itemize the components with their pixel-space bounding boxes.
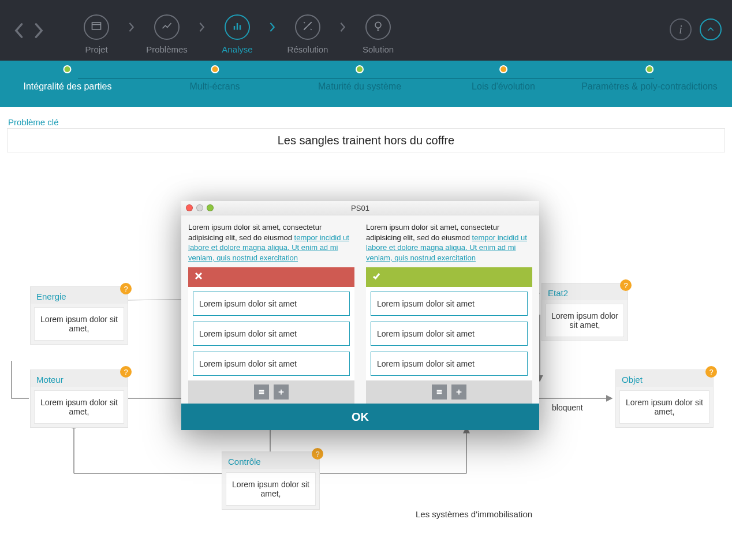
cross-icon [194,271,203,283]
problem-title: Problème clé [7,114,725,128]
negative-strip [188,267,354,287]
help-icon[interactable]: ? [312,448,323,460]
add-button[interactable] [451,384,466,400]
modal-text: Lorem ipsum dolor sit amet, consectetur … [366,222,532,263]
ok-button[interactable]: OK [181,404,539,430]
modal-col-negative: Lorem ipsum dolor sit amet, consectetur … [188,222,354,404]
window-close-icon[interactable] [186,204,193,211]
subnav-multiecrans[interactable]: Multi-écrans [189,65,240,92]
modal-title: PS01 [351,204,369,212]
window-zoom-icon[interactable] [207,204,214,211]
breadcrumb-label: Solution [363,44,394,54]
breadcrumb-projet[interactable]: Projet [65,6,128,54]
node-etat2[interactable]: Etat2 Lorem ipsum dolor sit amet, ? [541,283,628,341]
list-item[interactable]: Lorem ipsum dolor sit amet [193,352,350,376]
node-controle[interactable]: Contrôle Lorem ipsum dolor sit amet, ? [222,451,320,510]
nav-forward-button[interactable] [31,23,47,39]
node-title: Etat2 [542,283,628,300]
breadcrumb-label: Résolution [287,44,328,54]
bars-icon [231,20,243,34]
problem-box: Problème clé Les sangles trainent hors d… [7,114,725,152]
subnav-maturite[interactable]: Maturité du système [318,65,401,92]
trend-icon [161,20,173,34]
node-title: Energie [31,287,128,304]
help-icon[interactable]: ? [705,366,717,378]
subnav-lois[interactable]: Lois d'évolution [472,65,535,92]
modal-col-positive: Lorem ipsum dolor sit amet, consectetur … [366,222,532,404]
node-body: Lorem ipsum dolor sit amet, [34,307,124,341]
breadcrumb-analyse[interactable]: Analyse [206,6,269,54]
modal-titlebar[interactable]: PS01 [181,201,539,215]
node-objet[interactable]: Objet Lorem ipsum dolor sit amet, ? [615,369,714,428]
node-energie[interactable]: Energie Lorem ipsum dolor sit amet, ? [30,286,128,345]
help-icon[interactable]: ? [120,366,132,378]
node-body: Lorem ipsum dolor sit amet, [619,390,709,424]
subnav-label: Maturité du système [318,81,401,92]
subnav-integralite[interactable]: Intégralité des parties [24,65,112,92]
modal-text: Lorem ipsum dolor sit amet, consectetur … [188,222,354,263]
window-minimize-icon[interactable] [196,204,203,211]
breadcrumb-label: Projet [85,44,107,54]
subnav-label: Paramètres & poly-contradictions [581,81,718,92]
node-moteur[interactable]: Moteur Lorem ipsum dolor sit amet, ? [30,369,128,428]
tools-icon [302,20,313,34]
modal: PS01 Lorem ipsum dolor sit amet, consect… [181,201,539,430]
list-item[interactable]: Lorem ipsum dolor sit amet [371,292,528,316]
svg-rect-0 [92,23,101,29]
node-body: Lorem ipsum dolor sit amet, [546,304,624,337]
subnav-parametres[interactable]: Paramètres & poly-contradictions [581,65,718,92]
subnav-label: Multi-écrans [189,81,240,92]
problem-value[interactable]: Les sangles trainent hors du coffre [7,128,725,152]
node-body: Lorem ipsum dolor sit amet, [226,472,316,506]
help-icon[interactable]: ? [120,283,132,294]
breadcrumb-solution[interactable]: Solution [346,6,410,54]
node-body: Lorem ipsum dolor sit amet, [34,390,124,424]
sub-nav: Intégralité des parties Multi-écrans Mat… [0,61,732,107]
subnav-label: Lois d'évolution [472,81,535,92]
subnav-label: Intégralité des parties [24,81,112,92]
check-icon [372,271,381,283]
svg-point-5 [375,22,381,28]
info-button[interactable]: i [670,18,692,40]
list-item[interactable]: Lorem ipsum dolor sit amet [371,352,528,376]
top-header: Projet Problèmes Analyse Résolution Solu… [0,0,732,61]
node-title: Contrôle [222,452,319,469]
nav-back-button[interactable] [10,23,27,39]
edge-label: bloquent [552,403,583,412]
help-icon[interactable]: ? [620,279,632,291]
footer-label: Les systèmes d'immobilisation [416,509,532,519]
breadcrumb-resolution[interactable]: Résolution [276,6,339,54]
positive-strip [366,267,532,287]
node-title: Objet [616,370,713,387]
reorder-button[interactable] [254,384,269,400]
list-item[interactable]: Lorem ipsum dolor sit amet [193,292,350,316]
list-item[interactable]: Lorem ipsum dolor sit amet [371,322,528,346]
window-icon [91,20,102,34]
node-title: Moteur [31,370,128,387]
add-button[interactable] [274,384,289,400]
breadcrumb-label: Problèmes [146,44,188,54]
reorder-button[interactable] [432,384,447,400]
bulb-icon [372,20,384,34]
breadcrumb-problemes[interactable]: Problèmes [135,6,199,54]
breadcrumb: Projet Problèmes Analyse Résolution Solu… [65,6,410,54]
breadcrumb-label: Analyse [222,44,252,54]
collapse-button[interactable] [700,18,722,40]
list-item[interactable]: Lorem ipsum dolor sit amet [193,322,350,346]
